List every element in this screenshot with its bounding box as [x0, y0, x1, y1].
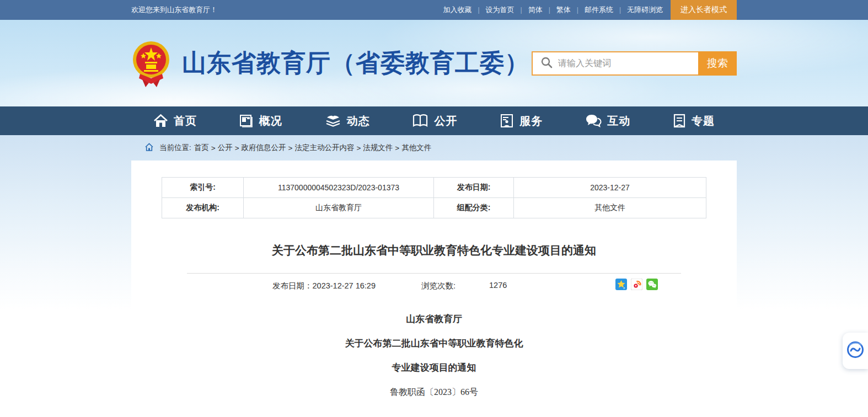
- nav-item-label: 服务: [519, 114, 543, 129]
- search-icon: [540, 56, 553, 71]
- document-icon: [673, 114, 686, 128]
- main-navigation: 首页概况动态公开服务互动专题: [0, 106, 868, 135]
- welcome-text: 欢迎您来到山东省教育厅！: [131, 5, 217, 15]
- doc-info-value: 山东省教育厅: [244, 198, 434, 218]
- content-background: 当前位置: 首页>公开>政府信息公开>法定主动公开内容>法规文件>其他文件 索引…: [0, 135, 868, 417]
- wechat-share-icon[interactable]: [646, 279, 658, 290]
- doc-info-value: 其他文件: [514, 198, 706, 218]
- document-info-table: 索引号:11370000004502323D/2023-01373发布日期:20…: [162, 177, 706, 218]
- topbar-separator: |: [521, 6, 522, 14]
- article-body: 山东省教育厅关于公布第二批山东省中等职业教育特色化专业建设项目的通知鲁教职函〔2…: [131, 314, 737, 397]
- topbar-links: 加入收藏|设为首页|简体|繁体|邮件系统|无障碍浏览: [443, 5, 663, 15]
- nav-item-互动[interactable]: 互动: [585, 114, 630, 129]
- qzone-share-icon[interactable]: z: [615, 279, 627, 290]
- nav-item-label: 公开: [434, 114, 457, 129]
- open-book-icon: [412, 114, 428, 128]
- breadcrumb-item[interactable]: 首页: [194, 143, 209, 153]
- breadcrumb-separator: >: [235, 144, 239, 152]
- smart-assistant-icon: [846, 340, 865, 361]
- breadcrumb-trail: 首页>公开>政府信息公开>法定主动公开内容>法规文件>其他文件: [194, 143, 431, 153]
- doc-info-label: 发布机构:: [162, 198, 244, 218]
- topbar-link[interactable]: 无障碍浏览: [627, 5, 663, 15]
- breadcrumb-item[interactable]: 法规文件: [363, 143, 393, 153]
- doc-info-label: 索引号:: [162, 178, 244, 198]
- breadcrumb-separator: >: [356, 144, 361, 152]
- topbar-link[interactable]: 繁体: [556, 5, 571, 15]
- views-label: 浏览次数:: [421, 281, 456, 291]
- breadcrumb-separator: >: [211, 144, 216, 152]
- topbar-link[interactable]: 设为首页: [486, 5, 515, 15]
- breadcrumb: 当前位置: 首页>公开>政府信息公开>法定主动公开内容>法规文件>其他文件: [131, 135, 737, 161]
- nav-item-label: 概况: [259, 114, 282, 129]
- topbar-separator: |: [549, 6, 550, 14]
- breadcrumb-item[interactable]: 公开: [218, 143, 233, 153]
- home-small-icon[interactable]: [144, 143, 154, 153]
- nav-item-公开[interactable]: 公开: [412, 114, 457, 129]
- overview-icon: [239, 114, 254, 128]
- topbar-link[interactable]: 简体: [528, 5, 543, 15]
- site-header: 山东省教育厅（省委教育工委） 搜索: [0, 20, 868, 106]
- nav-item-首页[interactable]: 首页: [153, 114, 197, 129]
- search-box: 搜索: [532, 51, 737, 76]
- topbar-link[interactable]: 邮件系统: [585, 5, 613, 15]
- topbar-link[interactable]: 加入收藏: [443, 5, 471, 15]
- service-badge-icon: [500, 114, 514, 128]
- topbar-separator: |: [619, 6, 621, 14]
- doc-info-row: 索引号:11370000004502323D/2023-01373发布日期:20…: [162, 178, 706, 198]
- chat-bubbles-icon: [585, 114, 602, 128]
- topbar-separator: |: [478, 6, 479, 14]
- article-title: 关于公布第二批山东省中等职业教育特色化专业建设项目的通知: [131, 243, 737, 258]
- svg-text:z: z: [623, 286, 625, 290]
- breadcrumb-item[interactable]: 法定主动公开内容: [294, 143, 354, 153]
- nav-item-label: 互动: [607, 114, 630, 129]
- nav-item-label: 专题: [692, 114, 715, 129]
- article-body-line: 关于公布第二批山东省中等职业教育特色化: [131, 339, 737, 348]
- views-count: 1276: [489, 281, 507, 290]
- smart-assistant-widget[interactable]: [843, 333, 868, 369]
- nav-item-label: 首页: [174, 114, 197, 129]
- news-stack-icon: [325, 114, 341, 128]
- topbar-separator: |: [577, 6, 578, 14]
- nav-item-服务[interactable]: 服务: [500, 114, 543, 129]
- article-body-line: 鲁教职函〔2023〕66号: [131, 387, 737, 397]
- breadcrumb-item[interactable]: 政府信息公开: [242, 143, 286, 153]
- home-icon: [153, 114, 168, 128]
- top-utility-bar: 欢迎您来到山东省教育厅！ 加入收藏|设为首页|简体|繁体|邮件系统|无障碍浏览 …: [0, 0, 868, 20]
- breadcrumb-separator: >: [395, 144, 399, 152]
- weibo-share-icon[interactable]: [631, 279, 642, 290]
- doc-info-value: 11370000004502323D/2023-01373: [244, 178, 434, 198]
- nav-item-专题[interactable]: 专题: [673, 114, 715, 129]
- nav-item-动态[interactable]: 动态: [325, 114, 370, 129]
- nav-item-label: 动态: [347, 114, 370, 129]
- site-title: 山东省教育厅（省委教育工委）: [182, 47, 529, 79]
- national-emblem-icon[interactable]: [131, 39, 171, 88]
- article-body-line: 专业建设项目的通知: [131, 363, 737, 372]
- publish-date: 发布日期：2023-12-27 16:29: [272, 281, 376, 291]
- search-button[interactable]: 搜索: [698, 51, 737, 76]
- search-input[interactable]: [558, 52, 698, 74]
- share-buttons: z: [615, 279, 658, 290]
- elder-mode-button[interactable]: 进入长者模式: [671, 0, 737, 20]
- article-body-line: 山东省教育厅: [131, 314, 737, 324]
- article-card: 索引号:11370000004502323D/2023-01373发布日期:20…: [131, 161, 737, 417]
- doc-info-row: 发布机构:山东省教育厅组配分类:其他文件: [162, 198, 706, 218]
- doc-info-label: 组配分类:: [434, 198, 514, 218]
- nav-item-概况[interactable]: 概况: [239, 114, 282, 129]
- breadcrumb-prefix: 当前位置:: [159, 143, 191, 153]
- breadcrumb-item[interactable]: 其他文件: [401, 143, 431, 153]
- doc-info-label: 发布日期:: [434, 178, 514, 198]
- publish-info-row: 发布日期：2023-12-27 16:29 浏览次数: 1276 z: [187, 274, 681, 298]
- breadcrumb-separator: >: [288, 144, 293, 152]
- doc-info-value: 2023-12-27: [514, 178, 706, 198]
